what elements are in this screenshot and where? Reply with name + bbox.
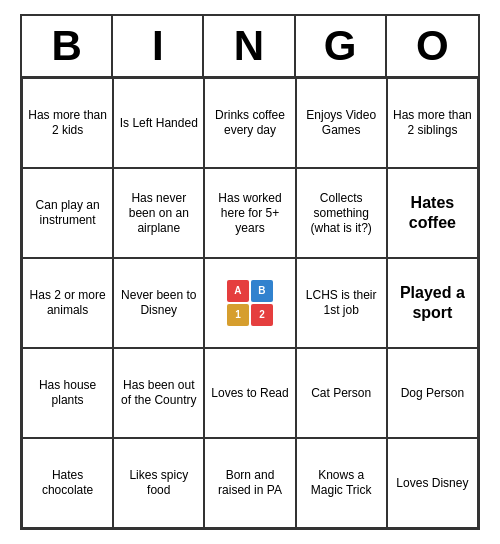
- bingo-cell-r4c0[interactable]: Hates chocolate: [22, 438, 113, 528]
- bingo-cell-r1c3[interactable]: Collects something (what is it?): [296, 168, 387, 258]
- cell-text-r2c1: Never been to Disney: [118, 288, 199, 318]
- bingo-letter-i: I: [113, 16, 204, 76]
- bingo-cell-r2c1[interactable]: Never been to Disney: [113, 258, 204, 348]
- bingo-cell-r3c4[interactable]: Dog Person: [387, 348, 478, 438]
- cell-text-r1c0: Can play an instrument: [27, 198, 108, 228]
- cell-text-r4c4: Loves Disney: [396, 476, 468, 491]
- bingo-cell-r1c4[interactable]: Hates coffee: [387, 168, 478, 258]
- bingo-cell-r3c2[interactable]: Loves to Read: [204, 348, 295, 438]
- cell-text-r2c4: Played a sport: [392, 283, 473, 323]
- bingo-letter-b: B: [22, 16, 113, 76]
- bingo-cell-r0c2[interactable]: Drinks coffee every day: [204, 78, 295, 168]
- bingo-cell-r1c0[interactable]: Can play an instrument: [22, 168, 113, 258]
- bingo-cell-r3c1[interactable]: Has been out of the Country: [113, 348, 204, 438]
- bingo-cell-r2c3[interactable]: LCHS is their 1st job: [296, 258, 387, 348]
- cell-text-r3c4: Dog Person: [401, 386, 464, 401]
- cell-text-r3c1: Has been out of the Country: [118, 378, 199, 408]
- bingo-card: BINGO Has more than 2 kidsIs Left Handed…: [20, 14, 480, 530]
- bingo-cell-r2c4[interactable]: Played a sport: [387, 258, 478, 348]
- bingo-cell-r3c0[interactable]: Has house plants: [22, 348, 113, 438]
- bingo-cell-r4c1[interactable]: Likes spicy food: [113, 438, 204, 528]
- toy-blocks-icon: A B 1 2: [226, 279, 274, 327]
- cell-text-r3c0: Has house plants: [27, 378, 108, 408]
- bingo-cell-r1c2[interactable]: Has worked here for 5+ years: [204, 168, 295, 258]
- cell-text-r0c1: Is Left Handed: [120, 116, 198, 131]
- bingo-letter-o: O: [387, 16, 478, 76]
- cell-text-r2c0: Has 2 or more animals: [27, 288, 108, 318]
- bingo-letter-n: N: [204, 16, 295, 76]
- cell-text-r4c0: Hates chocolate: [27, 468, 108, 498]
- bingo-cell-r4c3[interactable]: Knows a Magic Trick: [296, 438, 387, 528]
- cell-text-r1c4: Hates coffee: [392, 193, 473, 233]
- cell-text-r4c2: Born and raised in PA: [209, 468, 290, 498]
- bingo-cell-r4c4[interactable]: Loves Disney: [387, 438, 478, 528]
- bingo-cell-r3c3[interactable]: Cat Person: [296, 348, 387, 438]
- cell-text-r4c3: Knows a Magic Trick: [301, 468, 382, 498]
- bingo-cell-r0c0[interactable]: Has more than 2 kids: [22, 78, 113, 168]
- bingo-letter-g: G: [296, 16, 387, 76]
- bingo-cell-r1c1[interactable]: Has never been on an airplane: [113, 168, 204, 258]
- cell-text-r3c3: Cat Person: [311, 386, 371, 401]
- cell-text-r1c1: Has never been on an airplane: [118, 191, 199, 236]
- cell-text-r0c4: Has more than 2 siblings: [392, 108, 473, 138]
- cell-text-r1c2: Has worked here for 5+ years: [209, 191, 290, 236]
- bingo-cell-r0c3[interactable]: Enjoys Video Games: [296, 78, 387, 168]
- cell-text-r0c0: Has more than 2 kids: [27, 108, 108, 138]
- bingo-cell-r0c1[interactable]: Is Left Handed: [113, 78, 204, 168]
- bingo-cell-r0c4[interactable]: Has more than 2 siblings: [387, 78, 478, 168]
- bingo-cell-r4c2[interactable]: Born and raised in PA: [204, 438, 295, 528]
- cell-text-r1c3: Collects something (what is it?): [301, 191, 382, 236]
- bingo-cell-r2c2[interactable]: A B 1 2: [204, 258, 295, 348]
- bingo-grid: Has more than 2 kidsIs Left HandedDrinks…: [22, 78, 478, 528]
- bingo-header: BINGO: [22, 16, 478, 78]
- cell-text-r3c2: Loves to Read: [211, 386, 288, 401]
- cell-text-r4c1: Likes spicy food: [118, 468, 199, 498]
- cell-text-r0c2: Drinks coffee every day: [209, 108, 290, 138]
- cell-text-r0c3: Enjoys Video Games: [301, 108, 382, 138]
- cell-text-r2c3: LCHS is their 1st job: [301, 288, 382, 318]
- bingo-cell-r2c0[interactable]: Has 2 or more animals: [22, 258, 113, 348]
